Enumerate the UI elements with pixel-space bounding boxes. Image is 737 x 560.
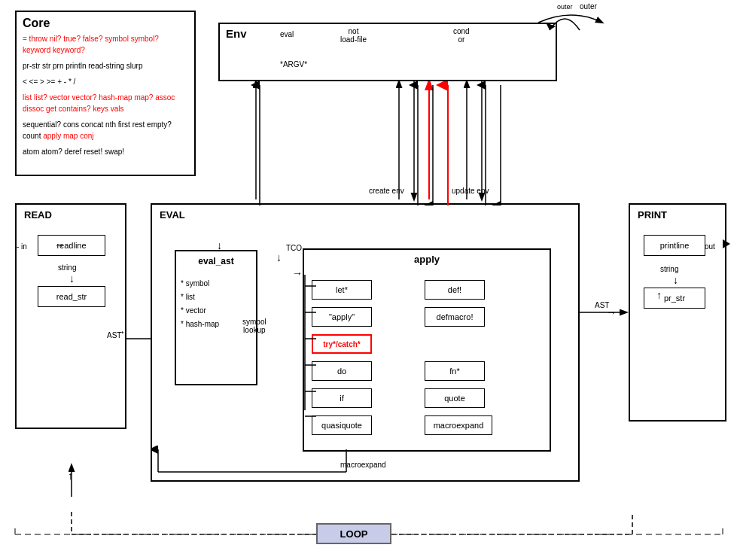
out-label: out — [705, 242, 715, 251]
down-arrow-1: ↓ — [69, 272, 75, 285]
do-box: do — [312, 361, 372, 381]
core-line-1: = throw nil? true? false? symbol symbol?… — [23, 35, 159, 54]
let-star-box: let* — [312, 280, 372, 300]
string-label-2: string — [660, 265, 678, 273]
core-title: Core — [23, 17, 188, 30]
core-line-5b: apply map conj — [43, 132, 93, 140]
do-label: do — [337, 367, 346, 376]
quasiquote-label: quasiquote — [321, 421, 362, 430]
defmacro-label: defmacro! — [437, 312, 474, 321]
macroexpand-label: macroexpand — [434, 421, 484, 430]
quasiquote-box: quasiquote — [312, 415, 372, 435]
macroexpand-box: macroexpand — [425, 415, 492, 435]
quote-label: quote — [444, 394, 465, 403]
if-label: if — [340, 394, 344, 403]
out-arrow-head — [723, 239, 730, 248]
print-box: PRINT printline string ↓ pr_str — [629, 203, 726, 422]
core-line-4: list list? vector vector? hash-map map? … — [23, 93, 175, 113]
read-title: READ — [17, 205, 125, 225]
right-arrow-in: → — [54, 239, 65, 251]
apply-str-box: "apply" — [312, 307, 372, 327]
fn-star-label: fn* — [449, 367, 459, 376]
core-text: = throw nil? true? false? symbol symbol?… — [23, 33, 188, 157]
if-box: if — [312, 388, 372, 408]
right-arrow-print: → — [606, 306, 617, 318]
env-label-argv: *ARGV* — [280, 60, 307, 68]
eval-title: EVAL — [152, 205, 578, 225]
svg-text:outer: outer — [580, 2, 597, 11]
symbol-lookup-label: symbollookup — [242, 318, 266, 334]
defmacro-box: defmacro! — [425, 307, 485, 327]
down-arrow-tco: ↓ — [276, 251, 282, 263]
trycatch-label: try*/catch* — [323, 340, 360, 348]
outer-label: outer — [557, 3, 573, 11]
core-line-3: < <= > >= + - * / — [23, 78, 75, 86]
core-line-6: atom atom? deref reset! swap! — [23, 148, 124, 156]
printline-label: printline — [660, 241, 690, 250]
loop-box: LOOP — [316, 523, 391, 544]
print-title: PRINT — [630, 205, 725, 225]
pr-str-box: pr_str — [644, 288, 705, 309]
macroexpand-bottom-label: macroexpand — [340, 461, 386, 469]
let-star-label: let* — [336, 285, 348, 294]
printline-box: printline — [644, 235, 705, 256]
core-line-2: pr-str str prn println read-string slurp — [23, 62, 143, 70]
down-arrow-print: ↓ — [673, 274, 678, 286]
apply-str-label: "apply" — [329, 312, 355, 321]
quote-box: quote — [425, 388, 485, 408]
right-arrow-eval: → — [115, 326, 126, 338]
apply-box: apply let* "apply" try*/catch* do if — [303, 248, 551, 452]
tco-label: TCO — [286, 244, 302, 252]
def-label: def! — [448, 285, 461, 294]
fn-star-box: fn* — [425, 361, 485, 381]
diagram-container: outer — [0, 0, 737, 560]
core-box: Core = throw nil? true? false? symbol sy… — [15, 11, 196, 176]
in-label: - in — [17, 242, 27, 251]
env-title: Env — [226, 27, 247, 40]
read-str-box: read_str — [38, 286, 105, 307]
env-box: Env eval notload-file condor *ARGV* — [218, 23, 557, 81]
update-env-label: update env — [452, 187, 489, 195]
readline-box: readline — [38, 235, 105, 256]
eval-box: EVAL eval_ast * symbol* list* vector* ha… — [151, 203, 580, 482]
def-box: def! — [425, 280, 485, 300]
read-str-label: read_str — [56, 292, 87, 301]
string-label-1: string — [58, 263, 76, 272]
eval-ast-label: eval_ast — [176, 251, 256, 271]
env-label-eval: eval — [280, 30, 294, 38]
down-arrow-eval-ast: ↓ — [217, 239, 222, 251]
pr-str-label: pr_str — [664, 294, 685, 303]
env-label-cond: condor — [453, 27, 470, 44]
read-box: READ readline string ↓ read_str — [15, 203, 126, 429]
loop-label: LOOP — [340, 528, 368, 540]
create-env-label: create env — [369, 187, 404, 195]
right-arrow-apply: → — [292, 267, 303, 279]
apply-label: apply — [304, 250, 550, 269]
loop-up-arrow: ↑ — [68, 470, 73, 482]
up-arrow-pr-str: ↑ — [656, 289, 662, 301]
env-label-loadfile: notload-file — [340, 27, 367, 44]
trycatch-box: try*/catch* — [312, 334, 372, 354]
